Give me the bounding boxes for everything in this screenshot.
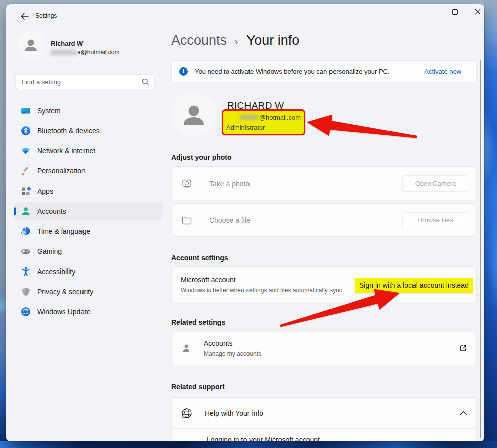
- sidebar-item-network[interactable]: Network & internet: [14, 142, 163, 160]
- annotation-red-box: @hotmail.com Administrator: [222, 109, 305, 135]
- windows-update-icon: [20, 306, 31, 317]
- activation-banner: i You need to activate Windows before yo…: [171, 60, 477, 82]
- microsoft-account-subtitle: Windows is better when settings and file…: [181, 287, 342, 294]
- search-icon: [142, 78, 149, 86]
- web-help-icon: [181, 407, 193, 419]
- sidebar-item-accessibility[interactable]: Accessibility: [14, 262, 163, 281]
- sidebar-item-gaming[interactable]: Gaming: [14, 242, 163, 260]
- breadcrumb: Accounts › Your info: [171, 33, 299, 48]
- sidebar-item-label: Privacy & security: [37, 288, 93, 296]
- sidebar-item-label: Time & language: [37, 227, 90, 235]
- accessibility-icon: [20, 266, 31, 277]
- browse-files-button[interactable]: Browse files: [402, 212, 468, 228]
- wallpaper-bottom-strip: [0, 441, 497, 448]
- blurred-email-chip: [240, 115, 258, 120]
- sidebar-item-label: Accounts: [37, 207, 66, 215]
- sidebar-user-email: a@hotmail.com: [51, 49, 120, 56]
- help-title: Help with Your info: [205, 409, 263, 417]
- section-heading-account-settings: Account settings: [171, 254, 228, 262]
- external-link-icon: [458, 343, 468, 353]
- choose-file-label: Choose a file: [209, 216, 251, 224]
- system-icon: [20, 105, 31, 116]
- sidebar-avatar[interactable]: [17, 31, 45, 59]
- minimize-icon: [429, 9, 435, 15]
- settings-window: Settings Richard W a@hotmail.com: [6, 4, 484, 441]
- sidebar-item-label: Bluetooth & devices: [37, 127, 100, 135]
- sidebar-item-accounts[interactable]: Accounts: [14, 202, 163, 220]
- sidebar-nav: System Bluetooth & devices Network & int…: [14, 102, 163, 323]
- minimize-button[interactable]: [423, 5, 440, 18]
- person-icon: [181, 343, 192, 354]
- wallpaper-right-strip: [484, 0, 497, 448]
- vertical-scrollbar[interactable]: [480, 60, 481, 438]
- sidebar-item-label: System: [37, 107, 61, 115]
- profile-email: @hotmail.com: [226, 112, 301, 122]
- section-heading-related-support: Related support: [171, 383, 225, 391]
- blurred-email-chip: [51, 50, 77, 55]
- microsoft-account-title: Microsoft account: [181, 276, 342, 284]
- close-icon: [475, 9, 481, 15]
- accounts-icon: [20, 206, 31, 217]
- personalization-icon: [20, 165, 31, 176]
- profile-avatar: [171, 92, 216, 137]
- choose-file-card: Choose a file Browse files: [171, 203, 477, 237]
- breadcrumb-parent[interactable]: Accounts: [171, 33, 227, 48]
- maximize-button[interactable]: [446, 5, 463, 18]
- sidebar-user-name: Richard W: [51, 40, 83, 47]
- take-photo-label: Take a photo: [209, 180, 250, 188]
- chevron-up-icon[interactable]: [458, 408, 468, 418]
- annotation-arrow-to-account-box: [302, 106, 429, 148]
- help-link-partial[interactable]: Logging in to your Microsoft account: [172, 429, 476, 441]
- sign-in-local-account-link[interactable]: Sign in with a local account instead: [355, 278, 473, 293]
- camera-icon: [181, 177, 193, 190]
- sidebar-item-label: Gaming: [37, 247, 62, 255]
- profile-role: Administrator: [226, 122, 301, 132]
- privacy-shield-icon: [20, 286, 31, 297]
- sidebar-item-privacy[interactable]: Privacy & security: [14, 283, 163, 301]
- user-silhouette-icon: [22, 37, 39, 54]
- apps-icon: [20, 186, 31, 197]
- take-photo-card: Take a photo Open Camera: [171, 166, 477, 200]
- sidebar-item-time-language[interactable]: Time & language: [14, 222, 163, 240]
- close-button[interactable]: [469, 5, 484, 18]
- section-heading-adjust-photo: Adjust your photo: [171, 153, 232, 161]
- manage-accounts-card[interactable]: Accounts Manage my accounts: [171, 332, 477, 365]
- breadcrumb-chevron-icon: ›: [235, 36, 238, 47]
- time-language-icon: [20, 226, 31, 237]
- sidebar-item-label: Windows Update: [37, 308, 91, 316]
- sidebar-item-label: Network & internet: [37, 147, 95, 155]
- sidebar-item-label: Apps: [37, 187, 53, 195]
- folder-icon: [181, 214, 193, 226]
- back-button[interactable]: [17, 10, 32, 23]
- gaming-icon: [20, 246, 31, 257]
- banner-message: You need to activate Windows before you …: [195, 68, 390, 75]
- related-accounts-subtitle: Manage my accounts: [204, 350, 261, 357]
- user-silhouette-icon: [180, 101, 208, 129]
- sidebar-item-label: Personalization: [37, 167, 86, 175]
- sidebar-item-personalization[interactable]: Personalization: [14, 162, 163, 180]
- sidebar-item-apps[interactable]: Apps: [14, 182, 163, 200]
- window-title: Settings: [35, 12, 57, 19]
- search-input[interactable]: [22, 78, 142, 86]
- sidebar-item-system[interactable]: System: [14, 102, 163, 120]
- section-heading-related-settings: Related settings: [171, 318, 225, 326]
- bluetooth-icon: [20, 125, 31, 136]
- related-accounts-title: Accounts: [204, 339, 261, 347]
- info-icon: i: [179, 67, 188, 76]
- open-camera-button[interactable]: Open Camera: [402, 175, 468, 192]
- activate-now-link[interactable]: Activate now: [424, 68, 461, 75]
- sidebar-item-bluetooth[interactable]: Bluetooth & devices: [14, 122, 163, 140]
- page-title: Your info: [246, 33, 300, 48]
- help-row[interactable]: Help with Your info: [172, 398, 476, 429]
- sidebar-item-label: Accessibility: [37, 267, 75, 276]
- help-card: Help with Your info Logging in to your M…: [171, 397, 477, 441]
- sidebar-item-windows-update[interactable]: Windows Update: [14, 303, 163, 321]
- network-icon: [20, 145, 31, 156]
- desktop-wallpaper: Settings Richard W a@hotmail.com: [0, 0, 497, 448]
- back-arrow-icon: [21, 13, 29, 20]
- maximize-icon: [452, 9, 458, 15]
- search-box[interactable]: [15, 74, 155, 89]
